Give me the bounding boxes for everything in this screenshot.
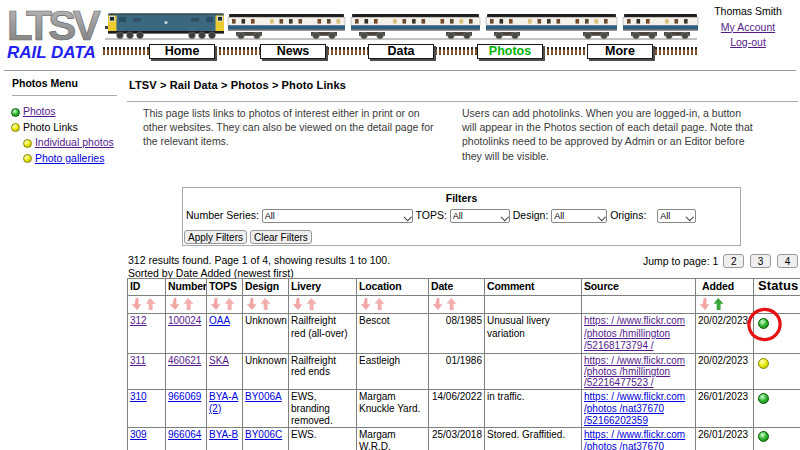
svg-text:LTSV: LTSV [8,6,101,42]
